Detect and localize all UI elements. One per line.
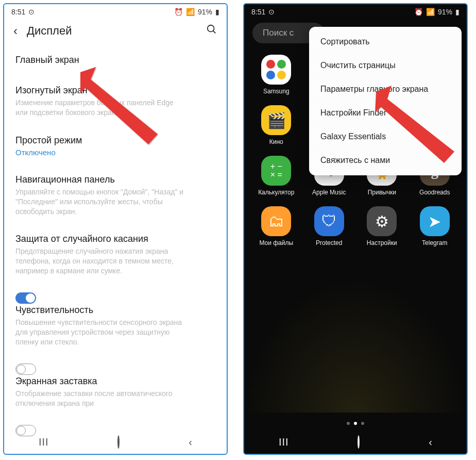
shield-icon: 🛡 (314, 206, 344, 236)
svg-point-0 (208, 25, 214, 32)
setting-home-screen[interactable]: Главный экран (15, 45, 215, 76)
setting-accidental-touch[interactable]: Защита от случайного касания Предотвраще… (15, 224, 215, 295)
page-indicator (244, 422, 467, 425)
search-icon[interactable] (206, 24, 217, 38)
status-wifi-icon: 📶 (426, 8, 435, 16)
setting-screensaver[interactable]: Экранная заставка Отображение заставки п… (15, 367, 215, 428)
battery-icon: ▮ (215, 8, 219, 16)
nav-bar: III ‹ (4, 430, 227, 454)
nav-recent-icon[interactable]: III (279, 436, 289, 448)
status-alarm-icon: ⊙ (28, 8, 35, 16)
status-alarm-icon: ⏰ (174, 8, 183, 16)
setting-nav-bar[interactable]: Навигационная панель Управляйте с помощь… (15, 165, 215, 225)
calculator-icon: + −× = (261, 156, 291, 186)
search-placeholder: Поиск с (263, 28, 294, 38)
status-battery: 91% (198, 8, 212, 16)
folder-icon (261, 55, 291, 85)
status-wifi-icon: 📶 (186, 8, 195, 16)
app-settings[interactable]: ⚙ Настройки (357, 206, 407, 247)
nav-recent-icon[interactable]: III (39, 436, 49, 448)
phone-left-settings: 8:51 ⊙ ⏰ 📶 91% ▮ ‹ Дисплей Главный экран… (3, 3, 228, 455)
context-menu: Сортировать Очистить страницы Параметры … (309, 27, 462, 175)
setting-edge-screen[interactable]: Изогнутый экран Изменение параметров бок… (15, 76, 215, 126)
menu-clean-pages[interactable]: Очистить страницы (309, 54, 462, 77)
nav-home-icon[interactable] (358, 436, 360, 448)
setting-easy-mode[interactable]: Простой режим Отключено (15, 126, 215, 165)
setting-sensitivity[interactable]: Чувствительность Повышение чувствительно… (15, 295, 215, 367)
menu-home-settings[interactable]: Параметры главного экрана (309, 77, 462, 101)
status-time: 8:51 (251, 8, 265, 16)
settings-header: ‹ Дисплей (4, 19, 227, 45)
status-indicator-icon: ⊙ (268, 8, 275, 16)
back-icon[interactable]: ‹ (13, 24, 18, 38)
menu-contact-us[interactable]: Свяжитесь с нами (309, 149, 462, 172)
menu-sort[interactable]: Сортировать (309, 30, 462, 54)
status-time: 8:51 (11, 8, 25, 16)
nav-back-icon[interactable]: ‹ (429, 436, 432, 448)
battery-icon: ▮ (455, 8, 460, 16)
app-my-files[interactable]: 🗂 Мои файлы (251, 206, 301, 247)
status-battery: 91% (438, 8, 452, 16)
svg-line-1 (213, 31, 216, 34)
telegram-icon: ➤ (420, 206, 450, 236)
nav-bar: III ‹ (244, 430, 467, 454)
phone-right-launcher: 8:51 ⊙ ⏰ 📶 91% ▮ Поиск с Samsung 🎬 Кино (243, 3, 468, 455)
status-bar: 8:51 ⊙ ⏰ 📶 91% ▮ (4, 4, 227, 19)
nav-back-icon[interactable]: ‹ (189, 436, 192, 448)
status-bar: 8:51 ⊙ ⏰ 📶 91% ▮ (244, 4, 467, 19)
settings-list: Главный экран Изогнутый экран Изменение … (4, 45, 227, 428)
app-kino[interactable]: 🎬 Кино (251, 105, 301, 145)
app-calculator[interactable]: + −× = Калькулятор (251, 156, 301, 196)
menu-finder-settings[interactable]: Настройки Finder (309, 101, 462, 125)
folder-icon: 🗂 (261, 206, 291, 236)
nav-home-icon[interactable] (117, 436, 120, 448)
wallpaper-pattern (244, 278, 467, 413)
status-alarm-icon: ⏰ (414, 8, 423, 16)
app-telegram[interactable]: ➤ Telegram (410, 206, 460, 247)
movie-icon: 🎬 (261, 105, 291, 135)
menu-galaxy-essentials[interactable]: Galaxy Essentials (309, 125, 462, 149)
gear-icon: ⚙ (367, 206, 397, 236)
page-title: Дисплей (27, 24, 197, 38)
app-protected[interactable]: 🛡 Protected (304, 206, 354, 247)
app-samsung-folder[interactable]: Samsung (251, 55, 301, 95)
